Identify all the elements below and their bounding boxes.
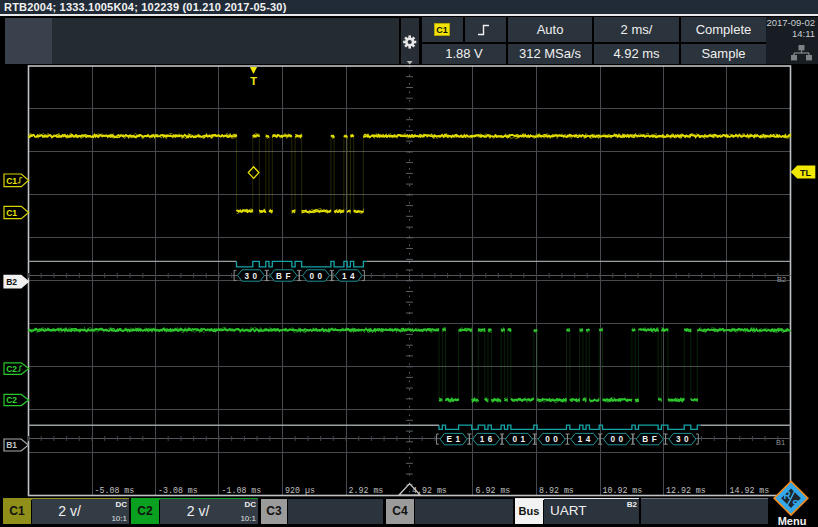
svg-text:4.92 ms: 4.92 ms [412,486,447,495]
svg-text:30: 30 [676,435,692,444]
svg-text:14: 14 [578,435,594,444]
svg-text:14.92 ms: 14.92 ms [730,486,770,495]
svg-text:B2: B2 [777,275,786,284]
svg-text:B1: B1 [6,440,17,450]
svg-text:10.92 ms: 10.92 ms [603,486,643,495]
svg-text:30: 30 [244,272,260,281]
svg-text:8.92 ms: 8.92 ms [539,486,574,495]
svg-text:-1.08 ms: -1.08 ms [222,486,262,495]
svg-text:920 µs: 920 µs [285,486,315,495]
svg-text:01: 01 [512,435,528,444]
svg-text:2.92 ms: 2.92 ms [349,486,384,495]
svg-text:14: 14 [342,272,358,281]
svg-text:00: 00 [610,435,626,444]
svg-text:-5.08 ms: -5.08 ms [95,486,135,495]
svg-text:00: 00 [545,435,561,444]
svg-text:C1: C1 [6,208,17,218]
svg-text:C1: C1 [6,176,17,186]
svg-text:00: 00 [310,272,326,281]
svg-text:C2: C2 [6,364,17,374]
svg-text:B1: B1 [776,438,785,447]
svg-text:-3.08 ms: -3.08 ms [158,486,198,495]
svg-text:6.92 ms: 6.92 ms [476,486,511,495]
svg-text:S: S [792,499,799,510]
svg-text:T: T [250,75,257,87]
svg-text:C2: C2 [6,395,17,405]
svg-text:E1: E1 [446,435,463,444]
svg-text:B2: B2 [6,277,17,287]
svg-text:TL: TL [800,168,811,178]
svg-text:16: 16 [480,435,496,444]
svg-text:BF: BF [642,435,660,444]
svg-text:12.92 ms: 12.92 ms [666,486,706,495]
svg-text:BF: BF [276,272,294,281]
